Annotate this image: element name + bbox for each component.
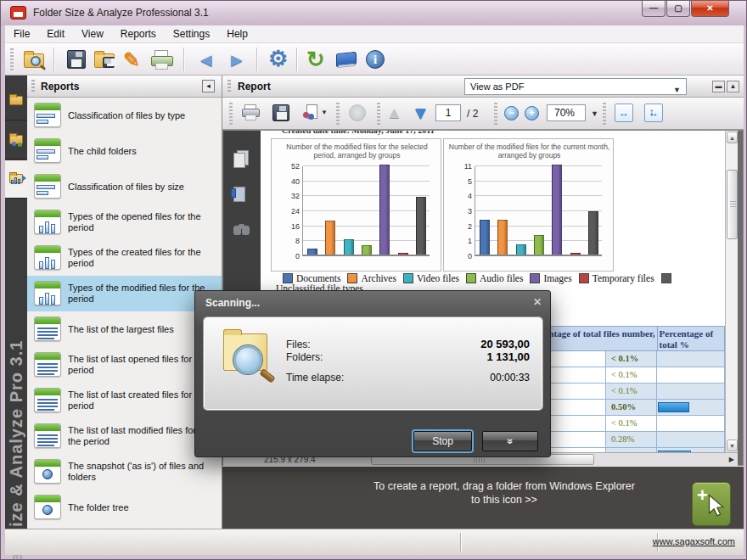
help-book-icon[interactable] (334, 48, 360, 71)
report-list-item-3[interactable]: Classification of files by size (27, 169, 222, 204)
chart-title: Number of the modified files for the sel… (275, 143, 439, 160)
report-list-item-1[interactable]: Classification of files by type (27, 98, 222, 133)
y-tick-label: 8 (295, 237, 300, 245)
menu-item-reports[interactable]: Reports (112, 25, 165, 42)
scrollbar-thumb[interactable] (727, 170, 738, 239)
chart-plot-area: 01234511 (475, 166, 602, 256)
close-button[interactable]: ✕ (691, 1, 729, 17)
y-tick-label: 24 (291, 207, 300, 216)
scroll-right-icon[interactable]: ▶ (729, 456, 734, 463)
app-name-vertical: Folder Size & Analyze Pro 3.1 (5, 286, 27, 560)
fit-width-icon[interactable]: ↔ (615, 104, 633, 122)
minimize-button[interactable]: — (642, 1, 666, 17)
view-as-select[interactable]: View as PDF ▼ (464, 78, 687, 95)
list-report-icon (34, 316, 61, 341)
sidebar-tab-folder-users[interactable] (5, 121, 27, 160)
menu-item-view[interactable]: View (73, 25, 112, 42)
collapse-panel-button[interactable]: ◂ (202, 80, 215, 92)
zoom-in-icon[interactable]: + (525, 106, 539, 120)
menu-item-settings[interactable]: Settings (165, 25, 218, 42)
info-icon[interactable]: i (363, 48, 389, 71)
folders-value: 1 131,00 (486, 350, 530, 363)
bar-temporary-files (570, 253, 581, 255)
pdf-save-icon[interactable] (272, 104, 294, 124)
page-number-input[interactable]: 1 (435, 104, 461, 121)
scroll-down-icon[interactable]: ▼ (727, 440, 738, 451)
bar-audio-files (362, 245, 372, 255)
dialog-stats-panel: Files: 20 593,00 Folders: 1 131,00 Time … (204, 317, 542, 410)
report-list-item-9[interactable]: The list of last created files for the p… (27, 383, 222, 418)
y-tick-label: 16 (291, 222, 300, 231)
bar-audio-files (534, 235, 544, 255)
report-list-item-7[interactable]: The list of the largest files (27, 311, 222, 347)
report-list-item-2[interactable]: The child folders (27, 133, 222, 169)
bar-archives (497, 220, 508, 255)
pdf-refresh-disabled-icon (348, 104, 370, 124)
zoom-out-icon[interactable]: − (504, 106, 519, 120)
chevron-down-icon[interactable]: ▼ (591, 109, 598, 118)
reports-panel: Reports ◂ Classification of files by typ… (27, 76, 222, 529)
toolbar-grip (229, 103, 233, 125)
settings-gear-icon[interactable]: ⚙ (267, 48, 292, 71)
legend-label: Documents (296, 273, 340, 283)
report-list-item-5[interactable]: Types of the created files for the perio… (27, 240, 222, 276)
website-link[interactable]: www.sagaxsoft.com (653, 536, 735, 546)
open-folder-search-icon[interactable] (22, 48, 48, 71)
percentage-cell: < 0.1% (606, 416, 657, 432)
back-icon[interactable]: ◄ (195, 48, 221, 71)
vbar-report-icon (34, 245, 61, 270)
vertical-scrollbar[interactable]: ▲ ▼ (725, 131, 738, 452)
app-icon (10, 6, 26, 20)
legend-label: Images (543, 273, 571, 283)
hbar-report-icon (34, 103, 61, 127)
panel-collapse-up-button[interactable]: ▲ (727, 81, 739, 92)
maximize-button[interactable]: ▢ (666, 1, 690, 17)
expand-details-button[interactable]: » (482, 431, 538, 451)
title-bar[interactable]: Folder Size & Analyze Professional 3.1 —… (1, 1, 747, 25)
pdf-print-icon[interactable] (241, 104, 263, 124)
fit-page-icon[interactable]: ↔ ↔ (644, 104, 663, 122)
report-list-item-6[interactable]: Types of the modified files for the peri… (27, 276, 222, 311)
stop-button[interactable]: Stop (413, 431, 472, 451)
panel-layout-button[interactable]: ▬ (712, 81, 725, 92)
save-folder-icon[interactable] (93, 48, 118, 71)
page-down-icon[interactable]: ▼ (411, 104, 433, 124)
report-panel-title: Report (238, 81, 271, 92)
cursor-arrow-icon (705, 493, 727, 518)
pdf-export-icon[interactable]: ▼ (301, 104, 323, 124)
zoom-level-select[interactable]: 70% (547, 104, 586, 121)
sidebar-tab-reports[interactable] (5, 160, 27, 199)
refresh-icon[interactable]: ↻ (305, 48, 330, 71)
menu-item-file[interactable]: File (5, 25, 38, 42)
report-list-item-11[interactable]: The snapshot ('as is') of files and fold… (27, 454, 222, 490)
bar-archives (325, 221, 335, 255)
percentage-cell: 0.28% (606, 432, 657, 448)
save-icon[interactable] (65, 48, 90, 71)
panel-grip[interactable] (227, 80, 231, 93)
report-list-item-10[interactable]: The list of last modified files for the … (27, 418, 222, 454)
report-list-item-4[interactable]: Types of the opened files for the period (27, 204, 222, 240)
menu-bar: FileEditViewReportsSettingsHelp (5, 25, 744, 43)
panel-grip[interactable] (31, 80, 35, 93)
report-list-item-12[interactable]: The folder tree (27, 490, 222, 525)
drop-target-icon[interactable]: + (692, 482, 731, 526)
print-icon[interactable] (149, 48, 175, 71)
menu-item-help[interactable]: Help (218, 25, 256, 42)
report-list-item-8[interactable]: The list of last opened files for the pe… (27, 347, 222, 383)
report-list-item-label: Classification of files by type (68, 110, 211, 121)
legend-label: Archives (361, 273, 396, 283)
forward-icon[interactable]: ► (224, 48, 250, 71)
menu-item-edit[interactable]: Edit (38, 25, 73, 42)
statusbar-separator (460, 533, 462, 552)
pdf-clipped-header: Created date time: Monday, June 17, 2011 (282, 131, 435, 135)
bar-unclassified-file-types (588, 211, 598, 255)
edit-pencil-icon[interactable]: ✎ (121, 48, 147, 71)
report-list-item-label: Types of the modified files for the peri… (68, 283, 211, 305)
sidebar-tab-folders[interactable] (5, 82, 27, 120)
bar-images (552, 165, 562, 255)
dialog-close-icon[interactable]: ✕ (533, 296, 542, 308)
y-tick-label: 32 (291, 192, 300, 200)
time-elapse-value: 00:00:33 (490, 372, 530, 384)
toolbar-separator (183, 48, 184, 71)
scroll-up-icon[interactable]: ▲ (727, 132, 738, 143)
